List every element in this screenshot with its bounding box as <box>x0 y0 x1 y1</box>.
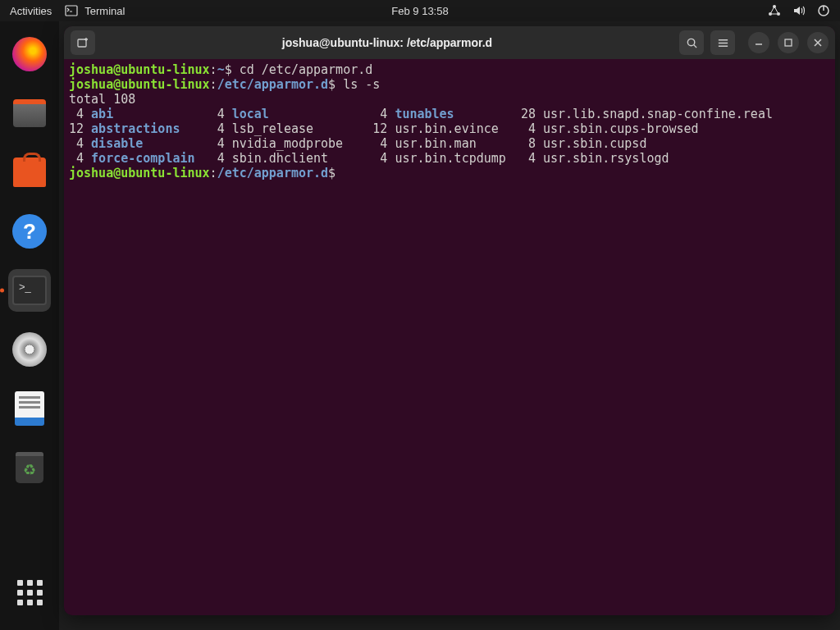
top-bar: Activities Terminal Feb 9 13:58 <box>0 0 840 21</box>
titlebar[interactable]: joshua@ubuntu-linux: /etc/apparmor.d <box>64 26 835 59</box>
app-menu[interactable]: Terminal <box>65 4 125 17</box>
new-tab-button[interactable] <box>71 30 95 55</box>
volume-icon[interactable] <box>792 4 806 17</box>
new-tab-icon <box>76 36 89 49</box>
clock[interactable]: Feb 9 13:58 <box>391 5 448 17</box>
dock: ? >_ ♻ <box>0 21 59 630</box>
files-icon <box>13 99 46 127</box>
dock-item-firefox[interactable] <box>8 33 51 75</box>
app-menu-label: Terminal <box>84 5 125 17</box>
power-icon[interactable] <box>817 4 830 17</box>
maximize-button[interactable] <box>778 32 799 53</box>
terminal-window: joshua@ubuntu-linux: /etc/apparmor.d jos… <box>64 26 835 615</box>
dock-item-terminal[interactable]: >_ <box>8 269 51 312</box>
maximize-icon <box>783 38 793 48</box>
trash-icon: ♻ <box>16 452 43 483</box>
minimize-icon <box>754 38 764 48</box>
close-button[interactable] <box>807 32 829 53</box>
close-icon <box>813 38 823 48</box>
svg-rect-0 <box>66 6 77 16</box>
hamburger-icon <box>717 37 729 49</box>
dock-item-files[interactable] <box>8 92 51 135</box>
help-icon: ? <box>12 214 47 249</box>
minimize-button[interactable] <box>748 32 769 53</box>
svg-point-7 <box>687 39 694 45</box>
search-icon <box>686 37 698 49</box>
disc-icon <box>12 332 47 367</box>
dock-item-trash[interactable]: ♻ <box>8 446 51 489</box>
window-title: joshua@ubuntu-linux: /etc/apparmor.d <box>102 36 673 49</box>
software-icon <box>13 158 46 187</box>
activities-button[interactable]: Activities <box>10 5 52 17</box>
svg-rect-6 <box>78 39 86 47</box>
terminal-body[interactable]: joshua@ubuntu-linux:~$ cd /etc/apparmor.… <box>64 59 835 615</box>
search-button[interactable] <box>679 30 704 55</box>
text-editor-icon <box>15 391 44 426</box>
dock-item-disc[interactable] <box>8 328 51 371</box>
terminal-app-icon: >_ <box>12 276 47 305</box>
terminal-icon <box>65 4 78 17</box>
dock-item-help[interactable]: ? <box>8 210 51 253</box>
svg-rect-10 <box>785 39 792 46</box>
dock-item-texteditor[interactable] <box>8 387 51 430</box>
menu-button[interactable] <box>710 30 735 55</box>
network-icon[interactable] <box>768 4 781 17</box>
firefox-icon <box>12 37 47 71</box>
dock-item-software[interactable] <box>8 151 51 194</box>
svg-line-8 <box>693 44 696 47</box>
show-applications-button[interactable] <box>8 571 51 614</box>
